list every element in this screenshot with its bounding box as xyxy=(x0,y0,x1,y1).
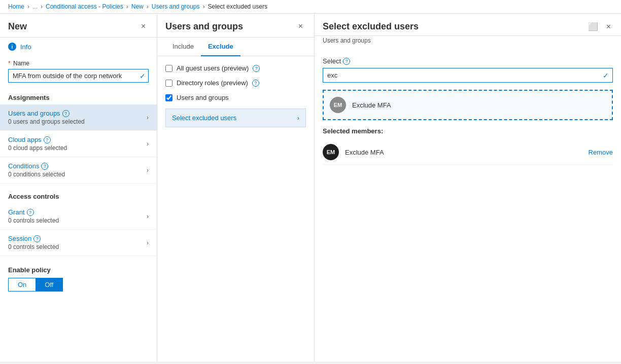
assignments-header: Assignments xyxy=(0,89,157,104)
right-panel-title: Select excluded users xyxy=(323,21,419,32)
nav-item-left-cloud: Cloud apps ? 0 cloud apps selected xyxy=(8,136,67,152)
tab-include[interactable]: Include xyxy=(165,38,201,56)
info-label: Info xyxy=(20,43,31,51)
breadcrumb-sep-4: › xyxy=(147,3,149,10)
left-panel-header: New × xyxy=(0,14,157,38)
chevron-right-icon-users: › xyxy=(147,114,149,121)
search-result-box[interactable]: EM Exclude MFA xyxy=(323,90,613,120)
middle-panel: Users and groups × Include Exclude All g… xyxy=(157,14,315,361)
enable-policy-section: Enable policy On Off xyxy=(0,260,157,298)
nav-item-title-conditions: Conditions ? xyxy=(8,162,65,170)
middle-panel-close-button[interactable]: × xyxy=(295,21,306,32)
chevron-right-icon-conditions: › xyxy=(147,167,149,174)
toggle-on-button[interactable]: On xyxy=(9,278,36,291)
select-excluded-users-label: Select excluded users xyxy=(172,114,236,122)
chevron-right-icon-session: › xyxy=(147,239,149,246)
breadcrumb-current: Select excluded users xyxy=(208,3,267,10)
help-icon-directory[interactable]: ? xyxy=(252,80,259,87)
nav-item-title-grant: Grant ? xyxy=(8,208,59,216)
checkbox-users-groups[interactable] xyxy=(165,94,172,101)
right-content: Select ? ✓ EM Exclude MFA Selected membe… xyxy=(315,49,621,361)
search-check-icon: ✓ xyxy=(603,71,609,80)
nav-item-title-users: Users and groups ? xyxy=(8,110,85,117)
breadcrumb-home[interactable]: Home xyxy=(8,3,24,10)
nav-item-title-session: Session ? xyxy=(8,235,59,242)
member-name: Exclude MFA xyxy=(345,149,582,156)
help-icon-session[interactable]: ? xyxy=(33,235,41,242)
right-panel: Select excluded users ⬜ × Users and grou… xyxy=(315,14,621,361)
nav-item-sub-grant: 0 controls selected xyxy=(8,217,59,224)
help-icon-cloud[interactable]: ? xyxy=(44,136,51,143)
name-input[interactable] xyxy=(8,69,149,83)
help-icon-guest[interactable]: ? xyxy=(253,65,260,72)
left-panel: New × i Info * Name ✓ Assignments Users … xyxy=(0,14,157,361)
nav-item-sub-session: 0 controls selected xyxy=(8,243,59,250)
right-panel-close-button[interactable]: × xyxy=(604,21,613,32)
search-result-name: Exclude MFA xyxy=(352,101,391,109)
breadcrumb-conditional-access[interactable]: Conditional access - Policies xyxy=(46,3,123,10)
breadcrumb-new[interactable]: New xyxy=(131,3,144,10)
checkbox-guest[interactable] xyxy=(165,65,172,72)
middle-content: All guest users (preview) ? Directory ro… xyxy=(157,56,314,135)
nav-item-left-conditions: Conditions ? 0 conditions selected xyxy=(8,162,65,178)
nav-item-left-users: Users and groups ? 0 users and groups se… xyxy=(8,110,85,125)
name-check-icon: ✓ xyxy=(140,72,146,80)
chevron-right-icon-grant: › xyxy=(147,213,149,220)
checkbox-label-directory: Directory roles (preview) xyxy=(177,79,248,87)
member-row: EM Exclude MFA Remove xyxy=(323,140,613,165)
nav-item-sub-cloud: 0 cloud apps selected xyxy=(8,144,67,152)
breadcrumb-sep-2: › xyxy=(41,3,43,10)
name-field-section: * Name ✓ xyxy=(0,56,157,89)
expand-button[interactable]: ⬜ xyxy=(586,21,600,32)
checkbox-row-users-groups: Users and groups xyxy=(165,94,306,101)
policy-toggle-group: On Off xyxy=(8,278,63,292)
selected-members-label: Selected members: xyxy=(323,127,613,135)
sidebar-item-grant[interactable]: Grant ? 0 controls selected › xyxy=(0,203,157,230)
right-header-actions: ⬜ × xyxy=(586,21,613,32)
nav-item-title-cloud: Cloud apps ? xyxy=(8,136,67,143)
info-banner: i Info xyxy=(0,38,157,56)
breadcrumb-users-and-groups[interactable]: Users and groups xyxy=(152,3,200,10)
checkbox-row-guest: All guest users (preview) ? xyxy=(165,64,306,72)
toggle-off-button[interactable]: Off xyxy=(36,278,62,291)
tabs: Include Exclude xyxy=(157,38,314,56)
right-panel-subtitle: Users and groups xyxy=(315,36,621,49)
search-input[interactable] xyxy=(323,68,613,83)
name-label: * Name xyxy=(8,60,149,67)
nav-item-sub-conditions: 0 conditions selected xyxy=(8,171,65,178)
breadcrumb-sep-1: › xyxy=(27,3,29,10)
remove-member-button[interactable]: Remove xyxy=(589,149,613,156)
sidebar-item-users-and-groups[interactable]: Users and groups ? 0 users and groups se… xyxy=(0,104,157,131)
breadcrumb: Home › ... › Conditional access - Polici… xyxy=(0,0,621,14)
name-input-wrapper: ✓ xyxy=(8,69,149,83)
search-input-wrapper: ✓ xyxy=(323,68,613,83)
help-icon-select[interactable]: ? xyxy=(343,58,350,65)
search-result-avatar: EM xyxy=(330,97,346,113)
help-icon-conditions[interactable]: ? xyxy=(41,163,48,170)
enable-policy-label: Enable policy xyxy=(8,266,149,274)
help-icon-users[interactable]: ? xyxy=(62,110,70,117)
sidebar-item-cloud-apps[interactable]: Cloud apps ? 0 cloud apps selected › xyxy=(0,131,157,157)
select-excluded-users-button[interactable]: Select excluded users › xyxy=(165,108,306,127)
chevron-right-icon-cloud: › xyxy=(147,140,149,148)
member-avatar: EM xyxy=(323,144,339,160)
nav-item-left-grant: Grant ? 0 controls selected xyxy=(8,208,59,224)
breadcrumb-sep-5: › xyxy=(203,3,205,10)
sidebar-item-session[interactable]: Session ? 0 controls selected › xyxy=(0,230,157,256)
access-controls-header: Access controls xyxy=(0,188,157,203)
help-icon-grant[interactable]: ? xyxy=(27,209,34,216)
sidebar-item-conditions[interactable]: Conditions ? 0 conditions selected › xyxy=(0,157,157,184)
chevron-right-icon-select: › xyxy=(297,114,299,122)
info-icon: i xyxy=(8,43,16,51)
checkbox-directory[interactable] xyxy=(165,80,172,87)
checkbox-row-directory: Directory roles (preview) ? xyxy=(165,79,306,87)
breadcrumb-sep-3: › xyxy=(126,3,128,10)
left-panel-close-button[interactable]: × xyxy=(138,21,149,32)
checkbox-label-guest: All guest users (preview) xyxy=(177,64,249,72)
right-panel-header: Select excluded users ⬜ × xyxy=(315,14,621,36)
left-panel-title: New xyxy=(8,21,27,32)
middle-panel-header: Users and groups × xyxy=(157,14,314,38)
middle-panel-title: Users and groups xyxy=(165,21,243,32)
tab-exclude[interactable]: Exclude xyxy=(201,38,240,56)
breadcrumb-tenant[interactable]: ... xyxy=(32,3,38,10)
